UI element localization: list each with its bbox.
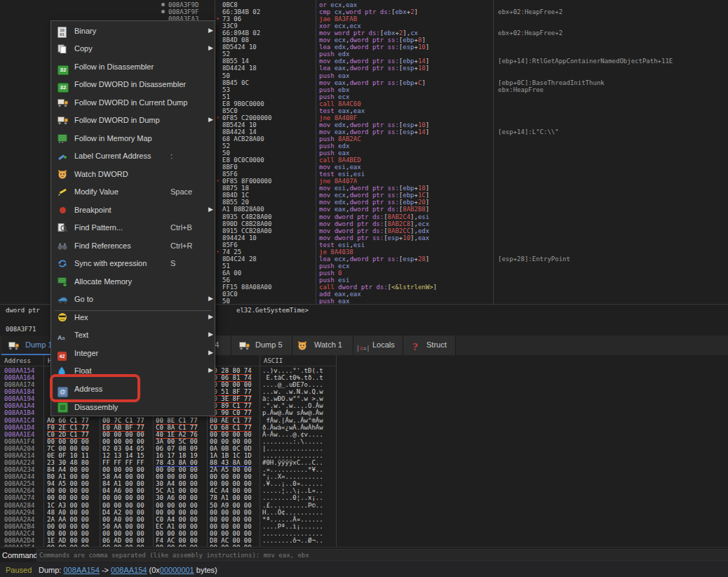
dump-ascii[interactable]: ................ bbox=[262, 530, 323, 537]
dump-hex-group[interactable]: 84 A4 00 00 bbox=[47, 466, 89, 473]
dump-row[interactable]: 008AA1D4F0 2E C1 77E0 AB BF 77C0 8A C1 7… bbox=[0, 424, 728, 431]
dump-hex-group[interactable]: 2A AA 00 00 bbox=[47, 516, 89, 523]
menu-item-allocate-memory[interactable]: Allocate Memory bbox=[51, 273, 215, 291]
tab-locals[interactable]: |x=|Locals bbox=[353, 336, 403, 355]
dump-hex-group[interactable]: EC A1 00 00 bbox=[156, 523, 198, 530]
dump-hex-group[interactable]: D4 A2 00 00 bbox=[102, 509, 144, 516]
dump-ascii[interactable]: #0H.ÿÿÿÿxC...C.. bbox=[262, 459, 323, 466]
status-bytes-value-link[interactable]: 00000001 bbox=[160, 566, 194, 574]
dump-row[interactable]: 008AA2D41E AD 00 0006 AD 00 00F4 AC 00 0… bbox=[0, 537, 728, 544]
menu-item-find-references[interactable]: Find ReferencesCtrl+R bbox=[51, 237, 215, 255]
dump-hex-group[interactable]: 00 00 00 00 bbox=[210, 480, 252, 487]
breakpoint-dot-icon[interactable] bbox=[161, 10, 165, 13]
dump-ascii[interactable]: ..)v....°'.tÐ(.t bbox=[262, 367, 323, 374]
dump-hex-group[interactable]: 00 00 00 00 bbox=[156, 502, 198, 509]
menu-item-follow-dword-in-current-dump[interactable]: Follow DWORD in Current Dump bbox=[51, 94, 215, 112]
dump-hex-group[interactable]: 58 A4 00 00 bbox=[102, 473, 144, 480]
menu-item-follow-in-disassembler[interactable]: 32Follow in Disassembler bbox=[51, 58, 215, 76]
dump-ascii[interactable]: ........:.\..... bbox=[262, 438, 323, 445]
status-addr-from-link[interactable]: 008AA154 bbox=[63, 566, 99, 574]
dump-hex-group[interactable]: 50 AA 00 00 bbox=[102, 523, 144, 530]
menu-item-follow-in-memory-map[interactable]: Follow in Memory Map bbox=[51, 130, 215, 147]
dump-ascii[interactable]: À-Áw....@.¢v.... bbox=[262, 431, 323, 438]
dump-hex-group[interactable]: 00 00 00 00 bbox=[156, 466, 198, 473]
dump-ascii[interactable]: .....¦..\¡..L¤.. bbox=[262, 487, 323, 494]
dump-row[interactable]: 008AA1C4A0 66 C1 7700 7C C1 7700 8E C1 7… bbox=[0, 417, 728, 424]
dump-hex-group[interactable]: 00 00 00 00 bbox=[102, 530, 144, 537]
dump-hex-group[interactable]: 00 00 00 00 bbox=[210, 516, 252, 523]
dump-hex-group[interactable]: 00 00 00 00 bbox=[102, 494, 144, 501]
dump-hex-group[interactable]: 06 AD 00 00 bbox=[102, 537, 144, 544]
dump-hex-group[interactable]: 00 00 00 00 bbox=[47, 523, 89, 530]
dump-hex-group[interactable]: 0E 0F 10 11 bbox=[47, 452, 89, 459]
dump-ascii[interactable]: .¥...¡..0¤...... bbox=[262, 480, 323, 487]
dump-ascii[interactable]: |............... bbox=[262, 445, 323, 452]
menu-item-text[interactable]: AaText▶ bbox=[51, 326, 215, 344]
dump-hex-group[interactable]: FF FF FF FF bbox=[102, 459, 144, 466]
dump-row[interactable]: 008AA23484 A4 00 0000 00 00 0000 00 00 0… bbox=[0, 466, 728, 473]
dump-hex-group[interactable]: 00 00 00 00 bbox=[210, 509, 252, 516]
dump-hex-group[interactable]: 00 00 00 00 bbox=[47, 438, 89, 445]
dump-hex-group[interactable]: 00 00 00 00 bbox=[102, 502, 144, 509]
dump-hex-group[interactable]: 00 00 00 00 bbox=[210, 381, 252, 388]
menu-item-watch-dword[interactable]: Watch DWORD bbox=[51, 166, 215, 183]
dump-hex-group[interactable]: 50 A9 00 00 bbox=[210, 502, 252, 509]
menu-item-binary[interactable]: 1001Binary▶ bbox=[51, 22, 215, 40]
menu-item-modify-value[interactable]: Modify ValueSpace bbox=[51, 183, 215, 201]
tab-watch-1[interactable]: Watch 1 bbox=[292, 336, 353, 355]
dump-hex-group[interactable]: 00 00 00 00 bbox=[210, 530, 252, 537]
disassembly-row[interactable]: 008A3F9F66:3B4B 02cmp cx,word ptr ds:[eb… bbox=[0, 8, 728, 15]
dump-row[interactable]: 008AA27400 00 00 0000 00 00 0030 A6 00 0… bbox=[0, 494, 728, 501]
dump-hex-group[interactable]: 4C A4 00 00 bbox=[210, 487, 252, 494]
menu-item-go-to[interactable]: Go to▶ bbox=[51, 291, 215, 308]
menu-item-find-pattern-[interactable]: Find Pattern...Ctrl+B bbox=[51, 219, 215, 237]
dump-hex-group[interactable]: 00 00 00 00 bbox=[156, 509, 198, 516]
dump-ascii[interactable]: ........ô¬..Ø¬.. bbox=[262, 537, 323, 544]
dump-hex-group[interactable]: 94 A5 00 00 bbox=[47, 480, 89, 487]
menu-item-sync-with-expression[interactable]: Sync with expressionS bbox=[51, 255, 215, 272]
dump-row[interactable]: 008AA25494 A5 00 0084 A1 00 0030 A4 00 0… bbox=[0, 480, 728, 487]
dump-hex-group[interactable]: 00 00 00 00 bbox=[210, 438, 252, 445]
dump-ascii[interactable]: °¡..X¤.......... bbox=[262, 473, 323, 480]
dump-hex-group[interactable]: 02 03 04 05 bbox=[102, 445, 144, 452]
dump-hex-group[interactable]: 00 00 00 00 bbox=[156, 530, 198, 537]
dump-hex-group[interactable]: B0 A1 00 00 bbox=[47, 473, 89, 480]
dump-ascii[interactable]: .°.w.°.w....O.Áw bbox=[262, 402, 323, 409]
dump-hex-group[interactable]: 00 00 00 00 bbox=[47, 487, 89, 494]
dump-hex-group[interactable]: 12 13 14 15 bbox=[102, 452, 144, 459]
dump-hex-group[interactable]: 78 A1 00 00 bbox=[210, 494, 252, 501]
dump-hex-group[interactable]: C0 A4 00 00 bbox=[156, 516, 198, 523]
dump-row[interactable]: 008AA2B400 00 00 0050 AA 00 00EC A1 00 0… bbox=[0, 523, 728, 530]
status-addr-to-link[interactable]: 008AA154 bbox=[111, 566, 147, 574]
dump-hex-group[interactable]: 06 07 08 09 bbox=[156, 445, 198, 452]
dump-row[interactable]: 008AA2841C A3 00 0000 00 00 0000 00 00 0… bbox=[0, 502, 728, 509]
dump-ascii[interactable]: ........0¦..x¡.. bbox=[262, 494, 323, 501]
dump-ascii[interactable]: p.Áw@.Áw sÁw@.Àw bbox=[262, 409, 323, 416]
dump-hex-group[interactable]: 00 00 00 00 bbox=[156, 473, 198, 480]
menu-item-label-current-address[interactable]: Label Current Address: bbox=[51, 147, 215, 165]
dump-hex-group[interactable]: 00 00 00 00 bbox=[210, 431, 252, 438]
dump-ascii[interactable]: ....@_.uÐE7o.... bbox=[262, 381, 323, 388]
dump-row[interactable]: 008AA2A42A AA 00 0000 A0 00 00C0 A4 00 0… bbox=[0, 516, 728, 523]
dump-hex-group[interactable]: 3A 00 5C 00 bbox=[156, 438, 198, 445]
dump-hex-group[interactable]: 7C 00 00 00 bbox=[47, 445, 89, 452]
breakpoint-dot-icon[interactable] bbox=[161, 3, 165, 6]
dump-ascii[interactable]: ....Pª..ì¡...... bbox=[262, 523, 323, 530]
dump-ascii[interactable]: .£..........P©.. bbox=[262, 502, 323, 509]
dump-hex-group[interactable]: 00 00 00 00 bbox=[47, 494, 89, 501]
command-input[interactable] bbox=[36, 549, 728, 562]
menu-item-breakpoint[interactable]: Breakpoint▶ bbox=[51, 201, 215, 219]
dump-ascii[interactable]: E.tàC.t0%.tð..t bbox=[262, 374, 323, 381]
dump-hex-group[interactable]: 30 A4 00 00 bbox=[156, 480, 198, 487]
dump-row[interactable]: 008AA22423 30 48 80FF FF FF FF78 43 8A 0… bbox=[0, 459, 728, 466]
dump-hex-group[interactable]: 00 00 00 00 bbox=[102, 438, 144, 445]
dump-ascii[interactable]: fÁw.|Áw..Áw°®Áw bbox=[262, 417, 323, 424]
dump-row[interactable]: 008AA2C400 00 00 0000 00 00 0000 00 00 0… bbox=[0, 530, 728, 537]
dump-row[interactable]: 008AA244B0 A1 00 0058 A4 00 0000 00 00 0… bbox=[0, 473, 728, 480]
dump-hex-group[interactable]: 00 00 00 00 bbox=[210, 523, 252, 530]
menu-item-hex[interactable]: Hex▶ bbox=[51, 309, 215, 326]
dump-ascii[interactable]: ...w. .w.N.w.Q.w bbox=[262, 388, 323, 395]
tab-dump-1[interactable]: Dump 1 bbox=[1, 336, 51, 355]
dump-ascii[interactable]: H...Ô¢.......... bbox=[262, 509, 323, 516]
dump-hex-group[interactable]: 0A 0B 0C 0D bbox=[210, 445, 252, 452]
